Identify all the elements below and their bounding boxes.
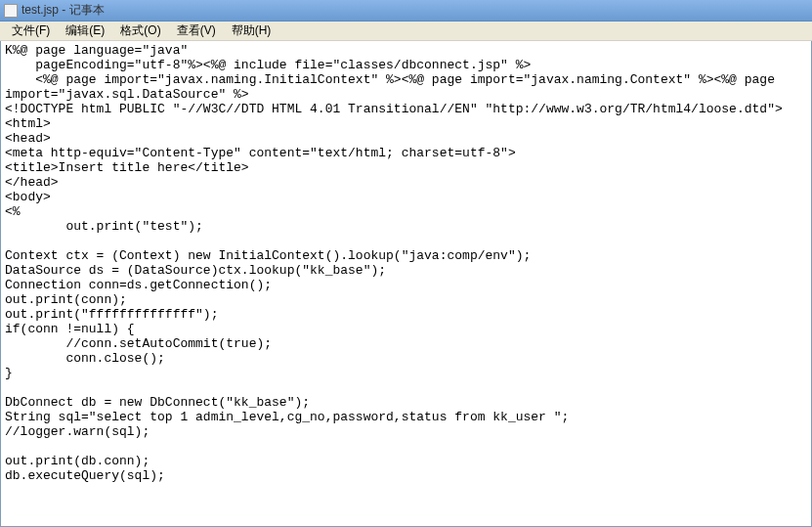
editor-content[interactable]: K%@ page language="java" pageEncoding="u… — [5, 43, 807, 483]
menu-view[interactable]: 查看(V) — [169, 21, 224, 41]
window-title: test.jsp - 记事本 — [21, 2, 105, 19]
menu-file[interactable]: 文件(F) — [4, 21, 58, 41]
notepad-icon — [4, 4, 18, 18]
menu-edit[interactable]: 编辑(E) — [58, 21, 112, 41]
menu-help[interactable]: 帮助(H) — [224, 21, 279, 41]
text-editor-area[interactable]: K%@ page language="java" pageEncoding="u… — [0, 41, 812, 527]
title-bar: test.jsp - 记事本 — [0, 0, 812, 22]
menu-bar: 文件(F) 编辑(E) 格式(O) 查看(V) 帮助(H) — [0, 22, 812, 41]
menu-format[interactable]: 格式(O) — [112, 21, 168, 41]
